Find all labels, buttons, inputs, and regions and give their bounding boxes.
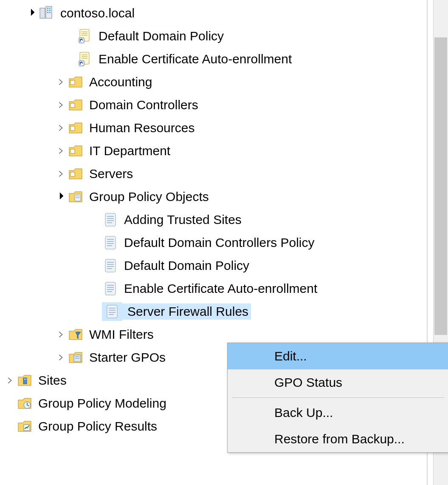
context-menu[interactable]: Edit... GPO Status Back Up... Restore fr… xyxy=(227,343,448,453)
svg-rect-22 xyxy=(70,172,75,176)
node-label: Starter GPOs xyxy=(89,350,166,365)
ou-folder-icon xyxy=(67,74,84,91)
chevron-right-icon[interactable] xyxy=(54,124,67,132)
chevron-right-icon[interactable] xyxy=(54,170,67,178)
chevron-down-icon[interactable] xyxy=(54,189,67,204)
tree-node-gpo[interactable]: Adding Trusted Sites xyxy=(0,208,448,231)
node-label: Accounting xyxy=(89,75,152,89)
svg-rect-31 xyxy=(105,236,116,249)
gpo-icon xyxy=(102,257,119,274)
node-label: Default Domain Policy xyxy=(99,29,224,43)
menu-item-restore-from-backup[interactable]: Restore from Backup... xyxy=(228,426,448,452)
menu-separator xyxy=(232,397,444,398)
node-label: Adding Trusted Sites xyxy=(124,213,242,227)
menu-item-edit[interactable]: Edit... xyxy=(228,343,448,369)
node-label: Enable Certificate Auto-enrollment xyxy=(124,281,317,296)
tree-node-ou[interactable]: Domain Controllers xyxy=(0,94,448,116)
chevron-right-icon[interactable] xyxy=(54,78,67,86)
svg-rect-55 xyxy=(24,379,25,380)
svg-rect-46 xyxy=(107,305,117,318)
svg-rect-20 xyxy=(70,126,75,130)
tree-node-ou[interactable]: IT Department xyxy=(0,139,448,162)
svg-rect-6 xyxy=(47,12,48,13)
tree-node-gpo[interactable]: Enable Certificate Auto-enrollment xyxy=(0,277,448,300)
wmi-filter-icon xyxy=(67,326,84,343)
menu-item-label: Back Up... xyxy=(274,406,333,420)
tree-node-gpo[interactable]: Default Domain Policy xyxy=(0,254,448,277)
svg-rect-7 xyxy=(49,12,51,13)
tree-node-linked-gpo[interactable]: Enable Certificate Auto-enrollment xyxy=(0,48,448,71)
ou-folder-icon xyxy=(67,119,84,136)
tree-node-ou[interactable]: Human Resources xyxy=(0,116,448,139)
svg-rect-19 xyxy=(70,103,75,108)
svg-rect-4 xyxy=(47,10,48,11)
menu-item-label: Edit... xyxy=(274,349,307,363)
node-label: Server Firewall Rules xyxy=(122,303,251,320)
node-label: Sites xyxy=(38,373,67,388)
node-label: Domain Controllers xyxy=(89,98,198,112)
svg-rect-18 xyxy=(70,80,75,85)
node-label: Default Domain Controllers Policy xyxy=(124,235,315,250)
menu-item-gpo-status[interactable]: GPO Status xyxy=(228,369,448,396)
gpo-icon xyxy=(102,280,119,297)
node-label: WMI Filters xyxy=(89,327,154,342)
node-label: Group Policy Modeling xyxy=(38,396,166,411)
scroll-thumb[interactable] xyxy=(434,37,447,335)
tree-node-ou[interactable]: Accounting xyxy=(0,71,448,94)
domain-icon xyxy=(38,5,55,22)
menu-item-label: GPO Status xyxy=(274,375,342,389)
chevron-right-icon[interactable] xyxy=(54,101,67,109)
chevron-right-icon[interactable] xyxy=(54,331,67,338)
svg-rect-3 xyxy=(49,8,51,9)
node-label: contoso.local xyxy=(60,6,135,20)
menu-item-back-up[interactable]: Back Up... xyxy=(228,400,448,426)
ou-folder-icon xyxy=(67,142,84,159)
ou-folder-icon xyxy=(67,165,84,182)
svg-rect-36 xyxy=(105,259,116,272)
gpo-link-icon xyxy=(76,28,93,45)
svg-rect-21 xyxy=(70,149,75,153)
tree-node-domain[interactable]: contoso.local xyxy=(0,2,448,25)
node-label: Group Policy Objects xyxy=(89,190,209,204)
node-label: Servers xyxy=(89,167,133,181)
tree-node-gpo[interactable]: Default Domain Controllers Policy xyxy=(0,231,448,254)
gp-results-icon xyxy=(16,418,33,435)
starter-gpo-icon xyxy=(67,349,84,366)
tree-node-gpo-container[interactable]: Group Policy Objects xyxy=(0,185,448,208)
svg-rect-1 xyxy=(46,6,52,18)
svg-rect-0 xyxy=(40,8,45,18)
node-label: Human Resources xyxy=(89,121,194,135)
node-label: IT Department xyxy=(89,144,170,158)
sites-icon xyxy=(16,372,33,389)
node-label: Group Policy Results xyxy=(38,419,157,434)
tree-node-ou[interactable]: Servers xyxy=(0,162,448,185)
svg-rect-26 xyxy=(105,213,116,226)
svg-rect-41 xyxy=(105,282,116,295)
svg-rect-2 xyxy=(47,8,48,9)
node-label: Default Domain Policy xyxy=(124,258,249,273)
svg-rect-56 xyxy=(25,379,26,380)
gpo-link-icon xyxy=(76,51,93,68)
chevron-right-icon[interactable] xyxy=(54,354,67,361)
gpo-icon xyxy=(102,302,122,321)
chevron-right-icon[interactable] xyxy=(54,147,67,155)
ou-folder-icon xyxy=(67,96,84,113)
gp-modeling-icon xyxy=(16,395,33,412)
chevron-right-icon[interactable] xyxy=(3,377,16,384)
gpo-container-icon xyxy=(67,188,84,205)
gpo-icon xyxy=(102,211,119,228)
tree-node-gpo-selected[interactable]: Server Firewall Rules xyxy=(0,300,448,323)
gpo-icon xyxy=(102,234,119,251)
menu-item-label: Restore from Backup... xyxy=(274,432,405,446)
node-label: Enable Certificate Auto-enrollment xyxy=(99,52,292,66)
chevron-down-icon[interactable] xyxy=(25,6,38,21)
tree-node-linked-gpo[interactable]: Default Domain Policy xyxy=(0,25,448,48)
svg-rect-5 xyxy=(49,10,51,11)
